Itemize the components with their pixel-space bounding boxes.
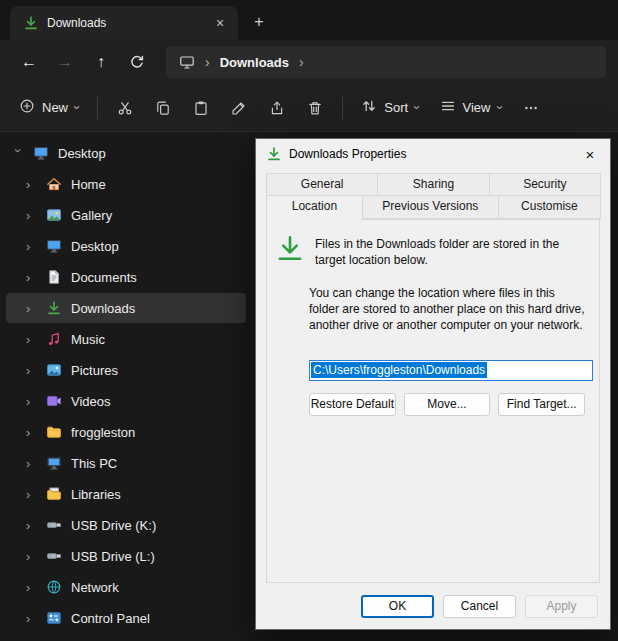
control-panel-icon [45, 610, 62, 627]
downloads-icon [22, 15, 39, 32]
breadcrumb-downloads[interactable]: Downloads [220, 55, 289, 70]
sidebar-item-videos[interactable]: › Videos [6, 386, 246, 416]
chevron-right-icon[interactable]: › [26, 364, 36, 377]
chevron-right-icon[interactable]: › [26, 426, 36, 439]
chevron-down-icon: › [411, 105, 424, 109]
share-button[interactable] [259, 91, 295, 125]
tab-previous-versions[interactable]: Previous Versions [362, 195, 499, 219]
sidebar-item-network[interactable]: › Network [6, 572, 246, 602]
dialog-titlebar[interactable]: Downloads Properties × [256, 139, 610, 169]
chevron-right-icon[interactable]: › [26, 395, 36, 408]
chevron-right-icon[interactable]: › [26, 612, 36, 625]
sidebar-item-home[interactable]: › Home [6, 169, 246, 199]
new-button[interactable]: New › [10, 91, 88, 125]
rename-button[interactable] [221, 91, 257, 125]
delete-button[interactable] [297, 91, 333, 125]
chevron-right-icon[interactable]: › [26, 271, 36, 284]
downloads-icon [45, 300, 62, 317]
chevron-right-icon[interactable]: › [26, 457, 36, 470]
music-icon [45, 331, 62, 348]
sidebar-item-libraries[interactable]: › Libraries [6, 479, 246, 509]
sidebar-item-documents[interactable]: › Documents [6, 262, 246, 292]
more-options-button[interactable] [513, 91, 549, 125]
move-button[interactable]: Move... [404, 393, 491, 416]
dialog-close-button[interactable]: × [570, 140, 610, 168]
chevron-right-icon[interactable]: › [26, 240, 36, 253]
gallery-icon [45, 207, 62, 224]
sidebar-item-desktop-root[interactable]: › Desktop [6, 138, 246, 168]
sidebar-item-this-pc[interactable]: › This PC [6, 448, 246, 478]
find-target-button[interactable]: Find Target... [498, 393, 585, 416]
sidebar-item-gallery[interactable]: › Gallery [6, 200, 246, 230]
tab-title: Downloads [47, 16, 200, 30]
downloads-icon [265, 146, 282, 163]
tab-security[interactable]: Security [489, 173, 601, 195]
refresh-button[interactable] [120, 45, 154, 79]
view-button[interactable]: View › [431, 91, 511, 125]
sidebar-item-usb-drive-l[interactable]: › USB Drive (L:) [6, 541, 246, 571]
copy-icon [155, 100, 171, 116]
apply-button[interactable]: Apply [525, 595, 598, 618]
breadcrumb-chevron-icon[interactable]: › [299, 54, 304, 70]
sort-button[interactable]: Sort › [352, 91, 428, 125]
new-icon [19, 98, 35, 117]
documents-icon [45, 269, 62, 286]
chevron-right-icon[interactable]: › [26, 488, 36, 501]
tab-location[interactable]: Location [266, 195, 363, 220]
cut-button[interactable] [107, 91, 143, 125]
sidebar-item-downloads[interactable]: › Downloads [6, 293, 246, 323]
navigation-bar: ← → ↑ › Downloads › [0, 40, 618, 84]
restore-default-button[interactable]: Restore Default [309, 393, 396, 416]
up-button[interactable]: ↑ [84, 45, 118, 79]
tab-customise[interactable]: Customise [498, 195, 601, 219]
toolbar-separator [97, 97, 98, 119]
copy-button[interactable] [145, 91, 181, 125]
chevron-right-icon[interactable]: › [26, 302, 36, 315]
pictures-icon [45, 362, 62, 379]
chevron-down-icon[interactable]: › [12, 148, 25, 158]
videos-icon [45, 393, 62, 410]
chevron-down-icon: › [493, 105, 506, 109]
rename-icon [231, 100, 247, 116]
tab-sharing[interactable]: Sharing [377, 173, 489, 195]
location-path-value: C:\Users\froggleston\Downloads [311, 362, 487, 378]
paste-button[interactable] [183, 91, 219, 125]
sort-icon [361, 98, 377, 117]
address-bar[interactable]: › Downloads › [166, 46, 606, 78]
chevron-right-icon[interactable]: › [26, 550, 36, 563]
more-icon [523, 100, 539, 116]
location-description-text: You can change the location where files … [309, 286, 585, 333]
tab-general[interactable]: General [266, 173, 378, 195]
sidebar-item-usb-drive-k[interactable]: › USB Drive (K:) [6, 510, 246, 540]
location-path-input[interactable]: C:\Users\froggleston\Downloads [309, 360, 593, 381]
paste-icon [193, 100, 209, 116]
chevron-right-icon[interactable]: › [26, 581, 36, 594]
sidebar-item-control-panel[interactable]: › Control Panel [6, 603, 246, 633]
back-button[interactable]: ← [12, 45, 46, 79]
libraries-icon [45, 486, 62, 503]
sidebar-item-froggleston[interactable]: › froggleston [6, 417, 246, 447]
cancel-button[interactable]: Cancel [443, 595, 516, 618]
chevron-right-icon[interactable]: › [26, 209, 36, 222]
downloads-properties-dialog: Downloads Properties × General Sharing S… [255, 138, 611, 630]
breadcrumb-chevron-icon: › [205, 54, 210, 70]
forward-button[interactable]: → [48, 45, 82, 79]
chevron-right-icon[interactable]: › [26, 333, 36, 346]
sidebar-item-pictures[interactable]: › Pictures [6, 355, 246, 385]
view-icon [440, 98, 456, 117]
location-tab-panel: Files in the Downloads folder are stored… [266, 219, 600, 583]
dialog-footer: OK Cancel Apply [256, 583, 610, 629]
explorer-tab-downloads[interactable]: Downloads × [10, 6, 238, 40]
delete-icon [307, 100, 323, 116]
sidebar-item-music[interactable]: › Music [6, 324, 246, 354]
ok-button[interactable]: OK [361, 595, 434, 618]
usb-drive-icon [45, 517, 62, 534]
sidebar-item-desktop[interactable]: › Desktop [6, 231, 246, 261]
new-tab-button[interactable]: + [244, 7, 274, 37]
chevron-right-icon[interactable]: › [26, 178, 36, 191]
desktop-icon [45, 238, 62, 255]
downloads-icon [275, 234, 305, 264]
chevron-right-icon[interactable]: › [26, 519, 36, 532]
location-intro-text: Files in the Downloads folder are stored… [315, 234, 585, 268]
tab-close-button[interactable]: × [208, 11, 232, 35]
